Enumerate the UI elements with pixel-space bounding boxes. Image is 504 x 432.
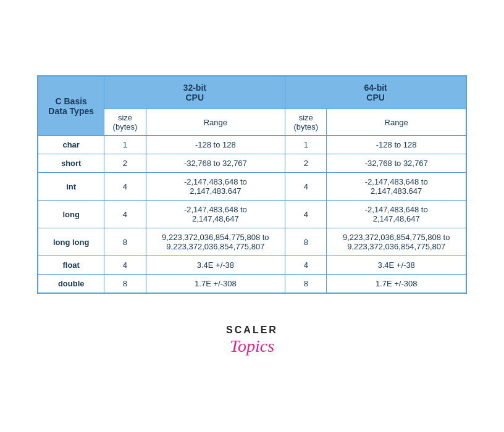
size-64-cell: 2 (285, 154, 327, 173)
size-64-cell: 4 (285, 256, 327, 275)
table-row: char1-128 to 1281-128 to 128 (38, 136, 466, 154)
range-32-cell: -2,147,483,648 to2,147,483.647 (146, 173, 285, 201)
type-cell: short (38, 154, 104, 173)
header-row: C BasisData Types 32-bitCPU 64-bitCPU (38, 77, 466, 109)
range-64-cell: -32,768 to 32,767 (327, 154, 466, 173)
table-row: long4-2,147,483,648 to2,147,48,6474-2,14… (38, 201, 466, 228)
col-32bit-header: 32-bitCPU (104, 77, 285, 109)
type-cell: long (38, 201, 104, 228)
size-32-cell: 2 (104, 154, 146, 173)
size-64-cell: 4 (285, 173, 327, 201)
size-32-cell: 4 (104, 256, 146, 275)
range-32-header: Range (146, 109, 285, 136)
size-32-cell: 8 (104, 275, 146, 293)
data-types-table: C BasisData Types 32-bitCPU 64-bitCPU si… (38, 76, 466, 293)
table-row: double81.7E +/-30881.7E +/-308 (38, 275, 466, 293)
size-32-cell: 4 (104, 173, 146, 201)
table-row: int4-2,147,483,648 to2,147,483.6474-2,14… (38, 173, 466, 201)
range-64-cell: 9,223,372,036,854,775,808 to9,223,372,03… (327, 228, 466, 256)
size-32-cell: 1 (104, 136, 146, 154)
size-64-cell: 8 (285, 275, 327, 293)
table-wrapper: C BasisData Types 32-bitCPU 64-bitCPU si… (37, 75, 467, 294)
range-64-cell: -2,147,483,648 to2,147,48,647 (327, 201, 466, 228)
size-64-cell: 8 (285, 228, 327, 256)
range-64-cell: -2,147,483,648 to2,147,483.647 (327, 173, 466, 201)
range-64-header: Range (327, 109, 466, 136)
type-cell: long long (38, 228, 104, 256)
range-64-cell: -128 to 128 (327, 136, 466, 154)
range-32-cell: 3.4E +/-38 (146, 256, 285, 275)
size-64-cell: 4 (285, 201, 327, 228)
col-basis-header: C BasisData Types (38, 77, 104, 136)
type-cell: int (38, 173, 104, 201)
range-32-cell: -2,147,483,648 to2,147,48,647 (146, 201, 285, 228)
col-64bit-header: 64-bitCPU (285, 77, 466, 109)
range-32-cell: -128 to 128 (146, 136, 285, 154)
size-32-header: size(bytes) (104, 109, 146, 136)
range-32-cell: -32,768 to 32,767 (146, 154, 285, 173)
table-row: float43.4E +/-3843.4E +/-38 (38, 256, 466, 275)
range-32-cell: 1.7E +/-308 (146, 275, 285, 293)
size-64-cell: 1 (285, 136, 327, 154)
size-64-header: size(bytes) (285, 109, 327, 136)
scaler-label: SCALER (226, 325, 278, 336)
table-row: short2-32,768 to 32,7672-32,768 to 32,76… (38, 154, 466, 173)
table-row: long long89,223,372,036,854,775,808 to9,… (38, 228, 466, 256)
table-body: char1-128 to 1281-128 to 128short2-32,76… (38, 136, 466, 293)
type-cell: char (38, 136, 104, 154)
size-32-cell: 4 (104, 201, 146, 228)
range-64-cell: 1.7E +/-308 (327, 275, 466, 293)
range-64-cell: 3.4E +/-38 (327, 256, 466, 275)
page-container: C BasisData Types 32-bitCPU 64-bitCPU si… (0, 51, 504, 381)
topics-label: Topics (230, 336, 274, 357)
type-cell: float (38, 256, 104, 275)
branding: SCALER Topics (226, 325, 278, 357)
range-32-cell: 9,223,372,036,854,775,808 to9,223,372,03… (146, 228, 285, 256)
type-cell: double (38, 275, 104, 293)
size-32-cell: 8 (104, 228, 146, 256)
